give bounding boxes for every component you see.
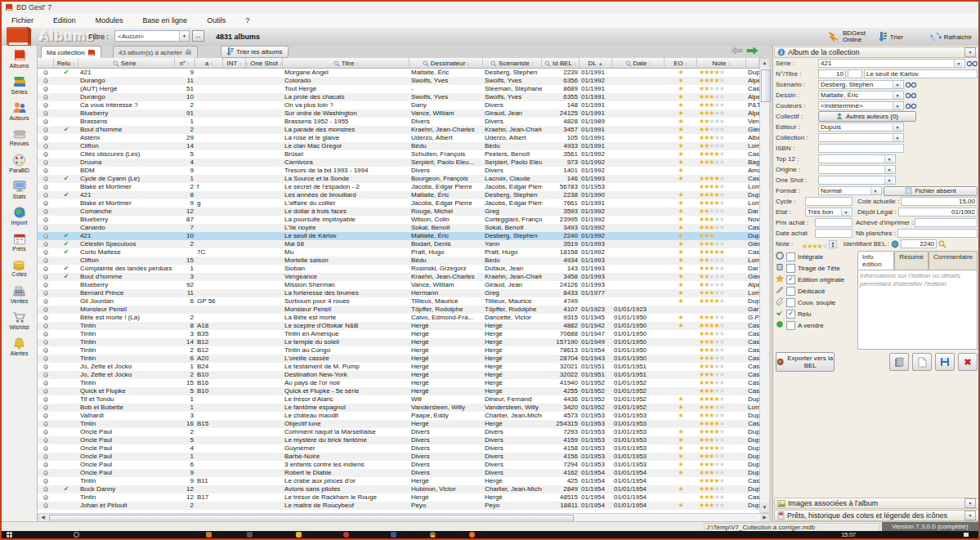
table-row[interactable]: Gil Jourdan6GP 56Surboum pour 4 rouesTil… bbox=[38, 297, 759, 306]
bdgest-online-button[interactable]: BDGest Online bbox=[827, 29, 866, 45]
exporter-bel-button[interactable]: Exporter vers la BEL bbox=[776, 352, 835, 372]
num-field[interactable]: 10 bbox=[818, 69, 846, 78]
taskbar-app-icon[interactable] bbox=[343, 532, 349, 538]
chevron-down-icon[interactable]: ▼ bbox=[893, 81, 902, 88]
column-header-serie[interactable]: Série↕ bbox=[78, 58, 175, 69]
table-row[interactable]: Johan et Pirlouit2Le maitre de Roucybeuf… bbox=[38, 502, 759, 510]
table-row[interactable]: Blake et Mortimer9gL'affaire du collierJ… bbox=[38, 199, 759, 208]
tray-icon[interactable] bbox=[964, 533, 969, 537]
taskbar-app-icon[interactable] bbox=[206, 532, 212, 538]
column-header-eo[interactable]: EO↕ bbox=[665, 58, 697, 69]
editeur-dropdown[interactable]: Dupuis▼ bbox=[818, 123, 904, 132]
checkbox[interactable] bbox=[786, 287, 795, 296]
table-row[interactable]: BDM9Tresors de la bd 1993 - 1994DiversDi… bbox=[38, 167, 759, 175]
lookup-glasses-icon[interactable] bbox=[967, 60, 978, 67]
sidebar-item-ventes[interactable]: Ventes bbox=[2, 281, 37, 307]
table-row[interactable]: Clifton14Le clan Mac GregorBéduBédu49330… bbox=[38, 142, 759, 150]
vertical-scroll-thumb[interactable] bbox=[761, 69, 771, 102]
checkbox[interactable] bbox=[786, 252, 795, 261]
sidebar-item-cotes[interactable]: Cotes bbox=[2, 255, 37, 281]
nb-planches-field[interactable] bbox=[897, 229, 978, 238]
table-row[interactable]: Tintin16B15Objectif luneHergéHergé254315… bbox=[38, 420, 759, 428]
table-row[interactable]: Valhardi3Le château mauditPaape, EddyCha… bbox=[38, 412, 759, 420]
column-header-sel[interactable] bbox=[38, 58, 54, 69]
scroll-up-icon[interactable]: ▲ bbox=[760, 59, 769, 68]
column-header-date[interactable]: Date↕ bbox=[612, 58, 665, 69]
checkbox[interactable]: ✓ bbox=[786, 310, 795, 319]
prev-arrow-icon[interactable] bbox=[731, 47, 743, 55]
column-header-dess[interactable]: Dessinateur↕ bbox=[409, 58, 483, 69]
menu-item-edition[interactable]: Edition bbox=[43, 13, 86, 28]
taskbar-app-icon[interactable] bbox=[391, 532, 396, 538]
idbel-field[interactable]: 2240 bbox=[901, 239, 937, 248]
autres-auteurs-button[interactable]: Autres auteurs (0) bbox=[818, 111, 916, 122]
sidebar-item-import[interactable]: Import bbox=[2, 203, 37, 229]
table-row[interactable]: (AUT) Hergé51Tout Hergé-Steeman, Stéphan… bbox=[38, 85, 759, 93]
filter-browse-button[interactable]: ... bbox=[192, 30, 204, 42]
table-row[interactable]: Ca vous intéresse ?2On va plus loin ?Dan… bbox=[38, 101, 759, 109]
couleurs-dropdown[interactable]: <Indéterminé>▼ bbox=[818, 101, 904, 110]
table-row[interactable]: Jo, Zette et Jocko1B24Le testament de M.… bbox=[38, 363, 759, 371]
tab-ma-collection[interactable]: Ma collection bbox=[41, 46, 101, 58]
checkbox[interactable] bbox=[786, 298, 795, 307]
menu-item-base-en-ligne[interactable]: Base en ligne bbox=[133, 13, 198, 28]
menu-item-modules[interactable]: Modules bbox=[86, 13, 133, 28]
num-suffix-field[interactable] bbox=[848, 69, 862, 78]
depot-legal-field[interactable]: 01/1992 bbox=[898, 208, 978, 216]
table-row[interactable]: Oncle Paul1Barbe-NoireDiversDivers415601… bbox=[38, 453, 759, 461]
column-header-idbel[interactable]: Id BEL↕ bbox=[542, 58, 579, 69]
sidebar-item-sries[interactable]: Séries bbox=[2, 72, 37, 98]
chevron-down-icon[interactable]: ▼ bbox=[841, 208, 850, 216]
chrome-icon[interactable] bbox=[430, 532, 436, 538]
note-stars[interactable]: ★★★★★ bbox=[802, 237, 827, 252]
note-spinner[interactable]: ▲▼ bbox=[829, 240, 837, 248]
lookup-glasses-icon[interactable] bbox=[906, 92, 916, 99]
table-row[interactable]: ✔4219Morgane AngelMaltaite, ÉricDesberg,… bbox=[38, 69, 759, 77]
fichier-absent-button[interactable]: Fichier absent bbox=[884, 186, 978, 196]
tab-albums-a-acheter[interactable]: 43 album(s) à acheter bbox=[113, 46, 198, 58]
panel-tab-info-dition[interactable]: Info édition bbox=[857, 251, 894, 270]
sidebar-item-wishlist[interactable]: Wishlist bbox=[2, 307, 37, 333]
top12-dropdown[interactable]: ▼ bbox=[818, 154, 896, 163]
chevron-down-icon[interactable]: ▼ bbox=[870, 187, 879, 194]
table-row[interactable]: ✔Bout d'homme3VengeanceKraehn, Jean-Char… bbox=[38, 273, 759, 281]
menu-item-outils[interactable]: Outils bbox=[197, 13, 235, 28]
origine-dropdown[interactable]: ▼ bbox=[818, 165, 896, 174]
lookup-glasses-icon[interactable] bbox=[906, 103, 916, 109]
sidebar-item-prts[interactable]: Prêts bbox=[2, 229, 37, 255]
panel-tab-commentaire[interactable]: Commentaire bbox=[929, 251, 978, 270]
table-row[interactable]: ✔Complainte des landes perdues1SiobanRos… bbox=[38, 265, 759, 273]
column-header-num[interactable]: n°↕ bbox=[175, 58, 195, 69]
sidebar-item-albums[interactable]: Albums bbox=[2, 46, 37, 72]
table-row[interactable]: Oncle Paul2Comment naquit la Marseillais… bbox=[38, 428, 759, 436]
section-images[interactable]: Images associées à l'album ▼ bbox=[774, 498, 979, 509]
table-row[interactable]: Astérix29La rose et le glaiveUderzo, Alb… bbox=[38, 134, 759, 142]
checkbox[interactable] bbox=[786, 264, 795, 273]
search-icon[interactable] bbox=[938, 240, 946, 248]
filter-dropdown[interactable]: <Aucun> ▼ bbox=[114, 30, 190, 42]
lookup-glasses-icon[interactable] bbox=[906, 82, 916, 88]
table-row[interactable]: Brassens1Brassens 1952 - 1955DiversDiver… bbox=[38, 118, 759, 126]
column-header-relu[interactable]: Relu↕ bbox=[54, 58, 78, 69]
chevron-down-icon[interactable]: ▼ bbox=[884, 166, 893, 173]
table-row[interactable]: Durango10La proie des chacalsSwolfs, Yve… bbox=[38, 93, 759, 101]
sidebar-item-stats[interactable]: Stats bbox=[2, 176, 37, 203]
table-row[interactable]: ✔Corto Maltese7CMuPratt, HugoPratt, Hugo… bbox=[38, 248, 759, 257]
search-circle-icon[interactable] bbox=[74, 532, 79, 538]
format-dropdown[interactable]: Normal▼ bbox=[818, 186, 882, 195]
oneshot-dropdown[interactable]: ▼ bbox=[818, 176, 896, 185]
section-prets[interactable]: Prêts, historique des cotes et légende d… bbox=[774, 510, 979, 521]
expand-section-icon[interactable]: ▼ bbox=[964, 498, 976, 508]
table-row[interactable]: Bob et Bobette1Le fantôme espagnolVander… bbox=[38, 404, 759, 412]
column-header-titre[interactable]: Titre↕ bbox=[283, 58, 409, 69]
table-row[interactable]: Comanche12Le dollar à trois facesRouge, … bbox=[38, 208, 759, 216]
table-row[interactable]: Tintin6A20L'oreille casséeHergéHergé2870… bbox=[38, 355, 759, 363]
table-row[interactable]: ✔Cycle de Cyann (Le)1La Source et la Son… bbox=[38, 175, 759, 183]
sidebar-item-revues[interactable]: Revues bbox=[2, 124, 37, 150]
menu-item-?[interactable]: ? bbox=[235, 13, 259, 28]
collapse-panel-icon[interactable]: ▼ bbox=[964, 47, 976, 57]
table-row[interactable]: Jo, Zette et Jocko2B10Destination New-Yo… bbox=[38, 371, 759, 379]
table-row[interactable]: Canardo7L'île noyéeSokal, BenoîtSokal, B… bbox=[38, 224, 759, 232]
info-edition-text[interactable]: Informations sur l'édition ou détails pe… bbox=[857, 270, 978, 350]
table-row[interactable]: Tintin15B16Au pays de l'or noirHergéHerg… bbox=[38, 379, 759, 387]
